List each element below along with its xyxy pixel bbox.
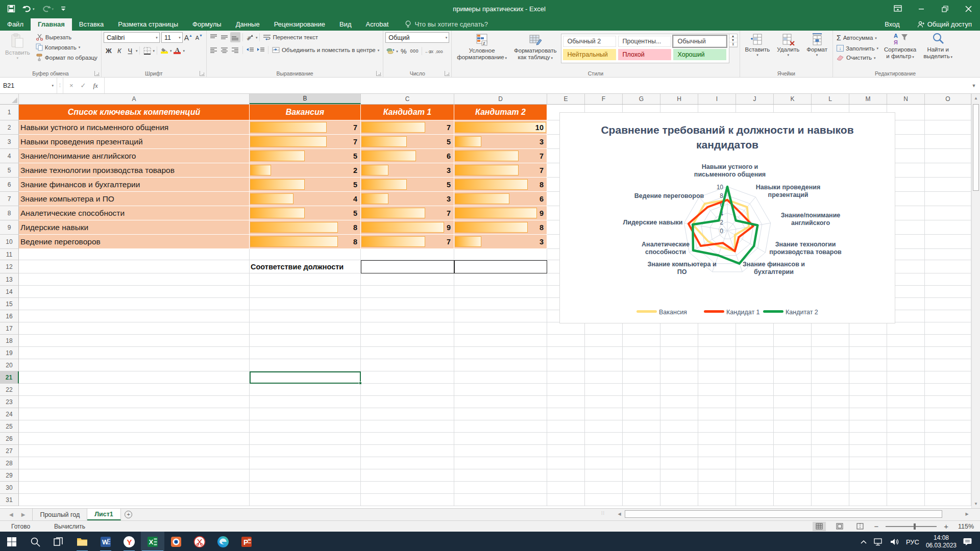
cell-style-Нейтральный[interactable]: Нейтральный xyxy=(563,49,616,60)
cell-N18[interactable] xyxy=(887,335,925,347)
cell-C21[interactable] xyxy=(361,371,454,384)
cell-C28[interactable] xyxy=(361,457,454,469)
cell-E24[interactable] xyxy=(547,408,585,420)
column-header-H[interactable]: H xyxy=(660,94,698,104)
cell-N17[interactable] xyxy=(887,322,925,335)
cell-K23[interactable] xyxy=(774,396,812,408)
cell-C4[interactable]: 6 xyxy=(361,149,454,163)
cell-O17[interactable] xyxy=(925,322,971,335)
cell-G18[interactable] xyxy=(623,335,660,347)
cell-D25[interactable] xyxy=(454,420,547,433)
conditional-formatting-button[interactable]: ≠ Условноеформатирование ▾ xyxy=(454,32,510,69)
vertical-scrollbar[interactable]: ▲ ▼ xyxy=(971,94,980,508)
cell-B8[interactable]: 5 xyxy=(250,206,361,220)
ribbon-display-options-button[interactable] xyxy=(886,0,910,17)
cell-L25[interactable] xyxy=(812,420,849,433)
cell-A9[interactable]: Лидерские навыки xyxy=(19,220,250,235)
cell-O25[interactable] xyxy=(925,420,971,433)
increase-indent-button[interactable] xyxy=(256,45,266,55)
row-header-8[interactable]: 8 xyxy=(0,206,19,220)
excel-taskbar-button[interactable]: X xyxy=(141,532,164,551)
sheet-nav-right-icon[interactable]: ▶ xyxy=(21,512,26,517)
fill-handle[interactable] xyxy=(359,382,362,385)
cell-K31[interactable] xyxy=(774,494,812,506)
row-header-16[interactable]: 16 xyxy=(0,310,19,322)
cell-C9[interactable]: 9 xyxy=(361,220,454,235)
cell-L29[interactable] xyxy=(812,469,849,482)
cell-O27[interactable] xyxy=(925,445,971,457)
cell-C3[interactable]: 5 xyxy=(361,135,454,149)
cell-O31[interactable] xyxy=(925,494,971,506)
vertical-scroll-thumb[interactable] xyxy=(973,104,979,191)
cell-H18[interactable] xyxy=(660,335,698,347)
row-header-13[interactable]: 13 xyxy=(0,273,19,286)
cell-D17[interactable] xyxy=(454,322,547,335)
dialog-launcher-icon[interactable] xyxy=(376,71,381,76)
cell-B18[interactable] xyxy=(250,335,361,347)
status-calculate[interactable]: Вычислить xyxy=(54,523,85,530)
row-header-15[interactable]: 15 xyxy=(0,298,19,310)
cell-C6[interactable]: 5 xyxy=(361,178,454,192)
row-header-31[interactable]: 31 xyxy=(0,494,19,506)
cell-J25[interactable] xyxy=(736,420,774,433)
ribbon-tab-Формулы[interactable]: Формулы xyxy=(185,18,229,31)
paste-button[interactable]: Вставить▾ xyxy=(2,32,33,69)
cell-F17[interactable] xyxy=(585,322,623,335)
ribbon-tab-Главная[interactable]: Главная xyxy=(31,18,72,31)
cell-H21[interactable] xyxy=(660,371,698,384)
cell-D12[interactable] xyxy=(454,260,547,273)
cell-D8[interactable]: 9 xyxy=(454,206,547,220)
cell-E22[interactable] xyxy=(547,384,585,396)
decrease-decimal-button[interactable]: ,000→ xyxy=(435,46,445,56)
cell-E26[interactable] xyxy=(547,433,585,445)
cell-D23[interactable] xyxy=(454,396,547,408)
cell-F27[interactable] xyxy=(585,445,623,457)
cell-F20[interactable] xyxy=(585,359,623,371)
cell-C31[interactable] xyxy=(361,494,454,506)
cell-C11[interactable] xyxy=(361,249,454,260)
cell-F26[interactable] xyxy=(585,433,623,445)
number-format-combo[interactable]: Общий▾ xyxy=(385,32,449,43)
cell-O12[interactable] xyxy=(925,260,971,273)
cell-A18[interactable] xyxy=(19,335,250,347)
cell-L31[interactable] xyxy=(812,494,849,506)
cell-L27[interactable] xyxy=(812,445,849,457)
row-header-24[interactable]: 24 xyxy=(0,408,19,420)
column-header-A[interactable]: A xyxy=(19,94,250,104)
cell-N28[interactable] xyxy=(887,457,925,469)
cell-B15[interactable] xyxy=(250,298,361,310)
row-header-21[interactable]: 21 xyxy=(0,371,19,384)
row-header-29[interactable]: 29 xyxy=(0,469,19,482)
cell-A1[interactable]: Список ключевых компетенций xyxy=(19,105,250,120)
cell-A6[interactable]: Знание финансов и бухгалтерии xyxy=(19,178,250,192)
align-left-button[interactable] xyxy=(209,45,219,55)
cell-E29[interactable] xyxy=(547,469,585,482)
cell-B31[interactable] xyxy=(250,494,361,506)
row-header-12[interactable]: 12 xyxy=(0,260,19,273)
cell-M17[interactable] xyxy=(849,322,887,335)
underline-button[interactable]: Ч xyxy=(125,45,135,56)
network-icon[interactable] xyxy=(874,538,884,546)
column-header-M[interactable]: M xyxy=(849,94,887,104)
cell-D31[interactable] xyxy=(454,494,547,506)
orientation-button[interactable]: ab xyxy=(245,32,255,42)
row-header-28[interactable]: 28 xyxy=(0,457,19,469)
cell-O15[interactable] xyxy=(925,298,971,310)
cell-E31[interactable] xyxy=(547,494,585,506)
restore-button[interactable] xyxy=(933,0,957,17)
align-right-button[interactable] xyxy=(230,45,240,55)
cell-H28[interactable] xyxy=(660,457,698,469)
enter-icon[interactable]: ✓ xyxy=(81,82,86,89)
cell-E28[interactable] xyxy=(547,457,585,469)
cell-A29[interactable] xyxy=(19,469,250,482)
cell-B23[interactable] xyxy=(250,396,361,408)
row-header-27[interactable]: 27 xyxy=(0,445,19,457)
cell-B20[interactable] xyxy=(250,359,361,371)
cell-K30[interactable] xyxy=(774,482,812,494)
cell-G19[interactable] xyxy=(623,347,660,359)
cell-D5[interactable]: 7 xyxy=(454,163,547,178)
cell-F21[interactable] xyxy=(585,371,623,384)
cell-C30[interactable] xyxy=(361,482,454,494)
cell-A7[interactable]: Знание компьютера и ПО xyxy=(19,192,250,206)
cell-B25[interactable] xyxy=(250,420,361,433)
